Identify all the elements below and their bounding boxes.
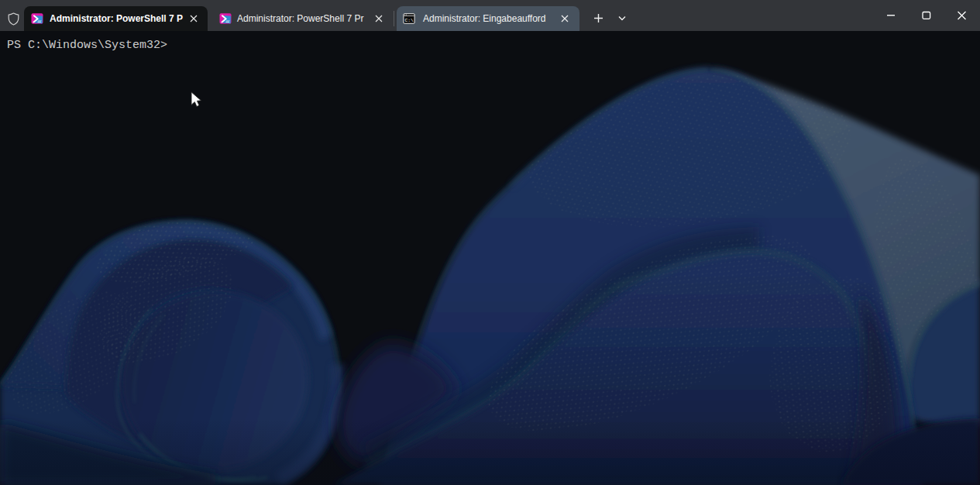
svg-text:C:\: C:\ [405,18,414,23]
